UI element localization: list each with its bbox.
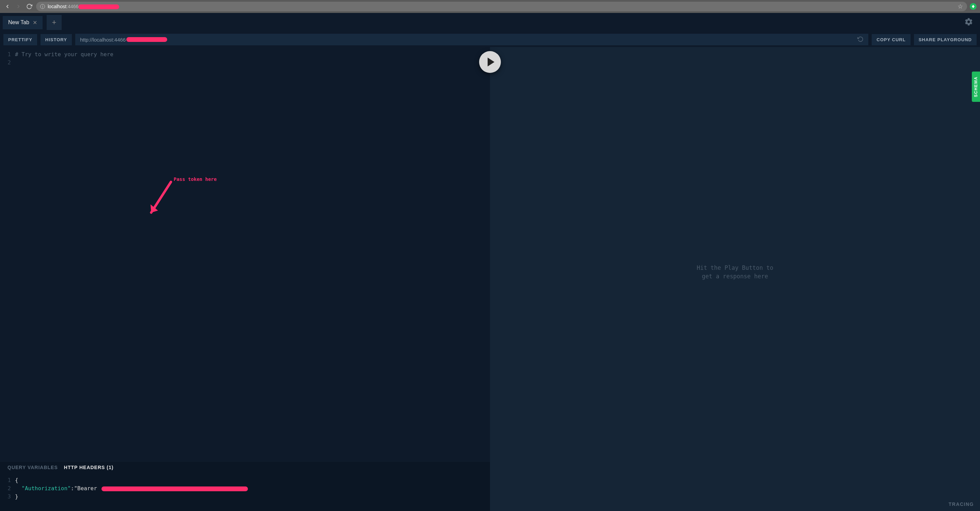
gutter: 1 2	[0, 51, 15, 458]
playground-tabs-bar: New Tab ✕ +	[0, 13, 980, 32]
endpoint-reload-icon[interactable]	[858, 36, 864, 43]
play-button[interactable]	[479, 51, 501, 73]
url-text: localhost:4466	[48, 4, 119, 9]
close-tab-icon[interactable]: ✕	[33, 19, 37, 26]
schema-tab[interactable]: SCHEMA	[972, 72, 980, 102]
endpoint-redacted	[126, 37, 167, 42]
response-pane: Hit the Play Button to get a response he…	[490, 47, 980, 511]
back-button[interactable]	[3, 2, 11, 11]
token-redacted	[102, 487, 248, 491]
query-code[interactable]: # Try to write your query here	[15, 51, 490, 458]
bottom-panel: QUERY VARIABLES HTTP HEADERS (1) 1 2 3 {…	[0, 462, 490, 511]
info-icon: i	[40, 4, 45, 9]
history-button[interactable]: HISTORY	[41, 34, 72, 45]
tab-label: New Tab	[8, 19, 29, 25]
gear-icon[interactable]	[964, 18, 973, 28]
extension-icon[interactable]	[970, 3, 977, 10]
play-icon	[488, 57, 495, 67]
browser-chrome: i localhost:4466 ☆	[0, 0, 980, 13]
headers-code[interactable]: { "Authorization":"Bearer }	[15, 476, 490, 501]
url-bar[interactable]: i localhost:4466 ☆	[36, 2, 967, 11]
bottom-tabs: QUERY VARIABLES HTTP HEADERS (1)	[0, 462, 490, 473]
main-split: 1 2 # Try to write your query here Pass …	[0, 47, 980, 511]
query-editor[interactable]: 1 2 # Try to write your query here Pass …	[0, 47, 490, 462]
share-playground-button[interactable]: SHARE PLAYGROUND	[914, 34, 977, 45]
url-redacted	[78, 5, 119, 9]
response-placeholder: Hit the Play Button to get a response he…	[490, 47, 980, 497]
prettify-button[interactable]: PRETTIFY	[3, 34, 37, 45]
forward-button[interactable]	[14, 2, 22, 11]
reload-button[interactable]	[25, 2, 33, 11]
bookmark-star-icon[interactable]: ☆	[958, 3, 963, 10]
endpoint-text: http://localhost:4466	[80, 37, 126, 43]
tab-new-tab[interactable]: New Tab ✕	[3, 16, 43, 29]
tab-query-variables[interactable]: QUERY VARIABLES	[8, 465, 58, 470]
query-pane: 1 2 # Try to write your query here Pass …	[0, 47, 490, 511]
tracing-button[interactable]: TRACING	[490, 497, 980, 511]
tab-http-headers[interactable]: HTTP HEADERS (1)	[64, 465, 114, 470]
toolbar: PRETTIFY HISTORY http://localhost:4466 C…	[0, 32, 980, 47]
headers-gutter: 1 2 3	[0, 476, 15, 501]
endpoint-input[interactable]: http://localhost:4466	[75, 34, 868, 45]
copy-curl-button[interactable]: COPY CURL	[872, 34, 910, 45]
add-tab-button[interactable]: +	[47, 15, 62, 30]
headers-editor[interactable]: 1 2 3 { "Authorization":"Bearer }	[0, 473, 490, 511]
